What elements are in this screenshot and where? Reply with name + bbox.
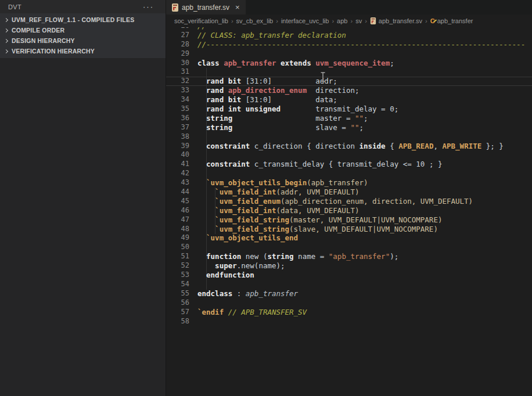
sidebar-item-label: DESIGN HIERARCHY [12,37,75,44]
breadcrumb-item-label: apb_transfer.sv [379,17,422,24]
code-line[interactable]: 32 rand bit [31:0] addr; [166,77,532,86]
code-line[interactable]: 53 endfunction [166,271,532,280]
chevron-right-icon [4,49,8,53]
line-number: 28 [166,40,189,49]
tab-label: apb_transfer.sv [182,3,229,12]
code-line-text: `uvm_field_int(data, UVM_DEFAULT) [189,206,359,215]
line-number: 55 [166,289,189,298]
code-line-text: string slave = ""; [189,123,364,132]
breadcrumb-item[interactable]: sv [355,17,362,24]
breadcrumb-item[interactable]: sv_cb_ex_lib [236,17,274,24]
code-line[interactable]: 44 `uvm_field_int(addr, UVM_DEFAULT) [166,188,532,197]
panel-title: DVT [8,3,21,10]
sidebar-item-design-hierarchy[interactable]: DESIGN HIERARCHY [0,35,166,46]
code-line[interactable]: 28//------------------------------------… [166,40,532,49]
sidebar-item-compile-order[interactable]: COMPILE ORDER [0,25,166,35]
breadcrumb-separator: › [276,17,278,24]
code-line-text [189,317,197,326]
class-icon: C [430,18,435,24]
line-number: 48 [166,225,189,234]
line-number: 34 [166,95,189,105]
line-number: 42 [166,169,189,178]
code-line[interactable]: 31 [166,67,532,77]
close-icon[interactable]: × [235,4,240,11]
line-number: 32 [166,77,189,86]
breadcrumb-item-label: apb [337,17,347,24]
sidebar-item-verification-hierarchy[interactable]: VERIFICATION HIERARCHY [0,46,166,56]
code-line-text: rand bit [31:0] data; [189,95,337,105]
code-line[interactable]: 29 [166,49,532,59]
code-line[interactable]: 35 rand int unsigned transmit_delay = 0; [166,105,532,114]
code-line[interactable]: 57`endif // APB_TRANSFER_SV [166,308,532,317]
breadcrumb-item-label: sv_cb_ex_lib [236,17,274,24]
code-line[interactable]: 55endclass : apb_transfer [166,289,532,298]
code-line[interactable]: 50 [166,243,532,252]
code-line[interactable]: 36 string master = ""; [166,114,532,123]
code-line[interactable]: 37 string slave = ""; [166,123,532,132]
code-line-text: `uvm_field_string(slave, UVM_DEFAULT|UVM… [189,225,438,234]
breadcrumb-item[interactable]: soc_verification_lib [174,17,228,24]
code-line[interactable]: 41 constraint c_transmit_delay { transmi… [166,160,532,169]
code-line[interactable]: 46 `uvm_field_int(data, UVM_DEFAULT) [166,206,532,215]
code-line[interactable]: 38 [166,132,532,142]
line-number: 30 [166,59,189,68]
breadcrumb-item[interactable]: Capb_transfer [430,17,473,24]
code-line[interactable]: 47 `uvm_field_string(master, UVM_DEFAULT… [166,215,532,225]
line-number: 44 [166,188,189,197]
code-line[interactable]: 58 [166,317,532,326]
line-number: 52 [166,261,189,271]
ide-window: DVT ··· UVM_REF_FLOW_1.1 - COMPILED FILE… [0,0,532,396]
more-actions-icon[interactable]: ··· [143,4,157,10]
code-line[interactable]: 48 `uvm_field_string(slave, UVM_DEFAULT|… [166,225,532,234]
sidebar-sections: UVM_REF_FLOW_1.1 - COMPILED FILESCOMPILE… [0,13,166,58]
line-number: 49 [166,233,189,243]
code-line-text: `endif // APB_TRANSFER_SV [189,308,307,317]
line-number: 36 [166,114,189,123]
code-line[interactable]: 45 `uvm_field_enum(apb_direction_enum, d… [166,197,532,206]
code-line-text: super.new(name); [189,261,285,271]
sidebar-item-label: VERIFICATION HIERARCHY [12,48,95,55]
line-number: 38 [166,132,189,142]
chevron-right-icon [4,17,8,21]
breadcrumb-item-label: soc_verification_lib [174,17,228,24]
code-line-text: string master = ""; [189,114,368,123]
line-number: 47 [166,215,189,225]
breadcrumb-separator: › [365,17,367,24]
line-number: 27 [166,31,189,40]
code-line-text [189,67,197,77]
line-number: 33 [166,86,189,95]
line-number: 43 [166,178,189,188]
breadcrumb-item[interactable]: interface_uvc_lib [281,17,329,24]
code-line[interactable]: 30class apb_transfer extends uvm_sequenc… [166,59,532,68]
code-line-text: function new (string name = "apb_transfe… [189,252,398,261]
breadcrumb-item[interactable]: apb [337,17,347,24]
code-line[interactable]: 52 super.new(name); [166,261,532,271]
code-line[interactable]: 42 [166,169,532,178]
code-line-text: //--------------------------------------… [189,40,525,49]
code-line[interactable]: 56 [166,298,532,308]
code-editor[interactable]: 26//------------------------------------… [166,27,532,326]
sidebar-item-uvm-ref-flow-1-1-compiled-files[interactable]: UVM_REF_FLOW_1.1 - COMPILED FILES [0,15,166,25]
code-line[interactable]: 49 `uvm_object_utils_end [166,233,532,243]
code-line[interactable]: 39 constraint c_direction { direction in… [166,142,532,151]
code-line[interactable]: 40 [166,150,532,160]
code-line[interactable]: 27// CLASS: apb_transfer declaration [166,31,532,40]
code-line[interactable]: 43 `uvm_object_utils_begin(apb_transfer) [166,178,532,188]
breadcrumb-item[interactable]: apb_transfer.sv [370,17,422,25]
code-line[interactable]: 34 rand bit [31:0] data; [166,95,532,105]
code-line[interactable]: 51 function new (string name = "apb_tran… [166,252,532,261]
sv-file-icon [172,3,178,12]
code-line-text: // CLASS: apb_transfer declaration [189,31,346,40]
tab-apb-transfer[interactable]: apb_transfer.sv × [166,0,246,15]
breadcrumb-separator: › [231,17,233,24]
code-line[interactable]: 33 rand apb_direction_enum direction; [166,86,532,95]
code-line-text: `uvm_object_utils_begin(apb_transfer) [189,178,368,188]
code-line-text: rand bit [31:0] addr; [189,77,337,86]
line-number: 37 [166,123,189,132]
line-number: 35 [166,105,189,114]
line-number: 58 [166,317,189,326]
breadcrumb-separator: › [350,17,353,24]
breadcrumb-item-label: sv [355,17,362,24]
sidebar: DVT ··· UVM_REF_FLOW_1.1 - COMPILED FILE… [0,0,166,396]
code-line[interactable]: 54 [166,280,532,289]
